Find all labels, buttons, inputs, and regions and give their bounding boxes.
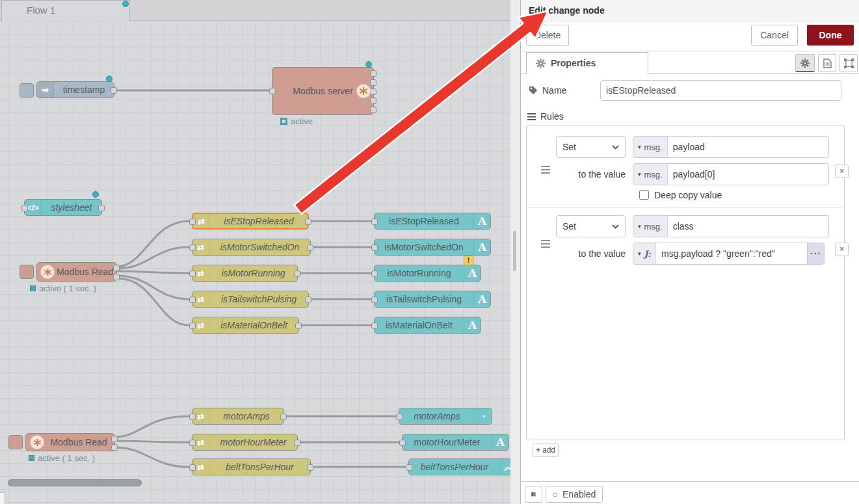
node-change-isEStopReleased[interactable]: ⇄ isEStopReleased — [192, 213, 309, 230]
node-change-motorHourMeter[interactable]: ⇄ motorHourMeter — [192, 434, 298, 451]
tray-resize-gutter[interactable] — [510, 0, 520, 504]
type-select-msg[interactable]: ▾ msg. — [633, 137, 668, 157]
appearance-icon-button[interactable] — [839, 54, 858, 72]
name-input[interactable] — [600, 80, 841, 101]
rule-value-input[interactable]: ▾ J: msg.payload ? "green":"red" ··· — [633, 243, 825, 265]
node-modbus-read-2[interactable]: Modbus Read — [25, 433, 115, 451]
output-port[interactable] — [113, 265, 120, 271]
remove-rule-button[interactable]: × — [835, 243, 849, 256]
node-change-isMotorSwitchedOn[interactable]: ⇄ isMotorSwitchedOn — [192, 239, 311, 256]
input-port[interactable] — [406, 464, 412, 471]
node-change-beltTonsPerHour[interactable]: ⇄ beltTonsPerHour — [192, 458, 311, 475]
wire[interactable] — [117, 271, 189, 273]
input-port[interactable] — [189, 323, 196, 329]
description-icon-button[interactable] — [818, 54, 836, 72]
node-stylesheet[interactable]: </> stylesheet — [24, 199, 102, 216]
node-text-isMotorSwitchedOn[interactable]: isMotorSwitchedOn A — [374, 239, 491, 256]
output-port[interactable] — [111, 87, 117, 94]
input-port[interactable] — [371, 297, 378, 303]
horizontal-scrollbar[interactable] — [8, 479, 142, 486]
wire[interactable] — [117, 221, 189, 267]
input-port[interactable] — [21, 205, 28, 211]
output-port[interactable] — [113, 274, 120, 280]
done-button[interactable]: Done — [807, 25, 854, 46]
output-port[interactable] — [111, 444, 118, 451]
output-port[interactable] — [370, 88, 377, 95]
input-port[interactable] — [399, 440, 406, 446]
rule-property-input[interactable]: ▾ msg. payload — [633, 136, 829, 158]
wire[interactable] — [117, 278, 189, 325]
input-port[interactable] — [269, 88, 276, 94]
output-port[interactable] — [98, 205, 105, 211]
wire[interactable] — [115, 416, 189, 437]
type-select-msg[interactable]: ▾ msg. — [633, 164, 668, 185]
node-text-isEStopReleased[interactable]: isEStopReleased A — [374, 213, 491, 230]
output-port[interactable] — [370, 70, 377, 77]
input-port[interactable] — [371, 271, 378, 277]
node-timestamp[interactable]: ⇒ timestamp — [36, 81, 114, 98]
output-port[interactable] — [370, 98, 377, 104]
add-rule-button[interactable]: + add — [533, 444, 559, 457]
input-port[interactable] — [189, 414, 196, 420]
enabled-toggle-button[interactable]: ○ Enabled — [546, 486, 603, 503]
cancel-button[interactable]: Cancel — [751, 25, 798, 46]
output-port[interactable] — [111, 436, 118, 442]
wire[interactable] — [117, 276, 189, 299]
flow-canvas[interactable]: Flow 1 ⇒ timestamp — [0, 0, 510, 504]
remove-rule-button[interactable]: × — [835, 165, 849, 178]
input-port[interactable] — [371, 219, 378, 225]
properties-icon-button[interactable] — [795, 54, 815, 72]
input-port[interactable] — [189, 245, 196, 251]
type-select-msg[interactable]: ▾ msg. — [633, 216, 668, 237]
output-port[interactable] — [305, 297, 311, 303]
output-port[interactable] — [307, 464, 313, 471]
output-port[interactable] — [370, 79, 377, 86]
node-ui-motorHourMeter[interactable]: motorHourMeter A — [402, 434, 509, 451]
output-port[interactable] — [370, 107, 377, 113]
node-modbus-server[interactable]: Modbus server — [272, 67, 374, 115]
input-port[interactable] — [371, 323, 378, 329]
node-text-isMotorRunning[interactable]: isMotorRunning A — [374, 265, 481, 282]
document-icon — [823, 59, 832, 68]
node-change-isTailswitchPulsing[interactable]: ⇄ isTailswitchPulsing — [192, 291, 309, 308]
expand-editor-button[interactable]: ··· — [807, 243, 824, 264]
modbus-read-button[interactable] — [20, 265, 34, 279]
rule-property-input[interactable]: ▾ msg. class — [633, 215, 829, 237]
input-port[interactable] — [189, 271, 196, 277]
output-port[interactable] — [305, 219, 311, 225]
rule-action-select[interactable]: Set — [556, 215, 626, 237]
input-port[interactable] — [189, 219, 196, 225]
type-select-expression[interactable]: ▾ J: — [633, 243, 656, 264]
node-change-isMotorRunning[interactable]: ⇄ isMotorRunning — [192, 265, 298, 282]
input-port[interactable] — [396, 414, 403, 420]
vertical-scrollbar[interactable] — [513, 231, 516, 271]
output-port[interactable] — [294, 440, 300, 446]
output-port[interactable] — [307, 245, 313, 251]
node-ui-beltTonsPerHour[interactable]: beltTonsPerHour — [408, 458, 510, 475]
node-text-isTailswitchPulsing[interactable]: isTailswitchPulsing A — [374, 291, 491, 308]
input-port[interactable] — [371, 245, 378, 251]
tab-properties[interactable]: Properties — [526, 52, 648, 74]
node-change-isMaterialOnBelt[interactable]: ⇄ isMaterialOnBelt — [192, 317, 299, 334]
output-port[interactable] — [295, 323, 302, 329]
wire[interactable] — [115, 441, 189, 442]
node-info-button[interactable] — [525, 486, 542, 503]
output-port[interactable] — [294, 271, 300, 277]
delete-button[interactable]: Delete — [526, 25, 569, 46]
node-modbus-read-1[interactable]: Modbus Read — [36, 262, 117, 282]
input-port[interactable] — [189, 440, 196, 446]
modbus-read-button[interactable] — [8, 435, 23, 449]
node-change-motorAmps[interactable]: ⇄ motorAmps — [192, 408, 284, 425]
rule-value-input[interactable]: ▾ msg. payload[0] — [633, 163, 829, 185]
input-port[interactable] — [189, 464, 196, 471]
tab-flow-1[interactable]: Flow 1 — [1, 0, 130, 21]
inject-button[interactable] — [20, 83, 34, 98]
input-port[interactable] — [189, 297, 196, 303]
wire[interactable] — [115, 447, 189, 467]
node-ui-motorAmps[interactable]: motorAmps ◔ — [399, 408, 492, 425]
node-text-isMaterialOnBelt[interactable]: isMaterialOnBelt A — [374, 317, 481, 334]
deep-copy-checkbox[interactable] — [639, 190, 649, 200]
output-port[interactable] — [280, 414, 287, 420]
wire[interactable] — [117, 247, 189, 269]
rule-action-select[interactable]: Set — [556, 136, 626, 158]
